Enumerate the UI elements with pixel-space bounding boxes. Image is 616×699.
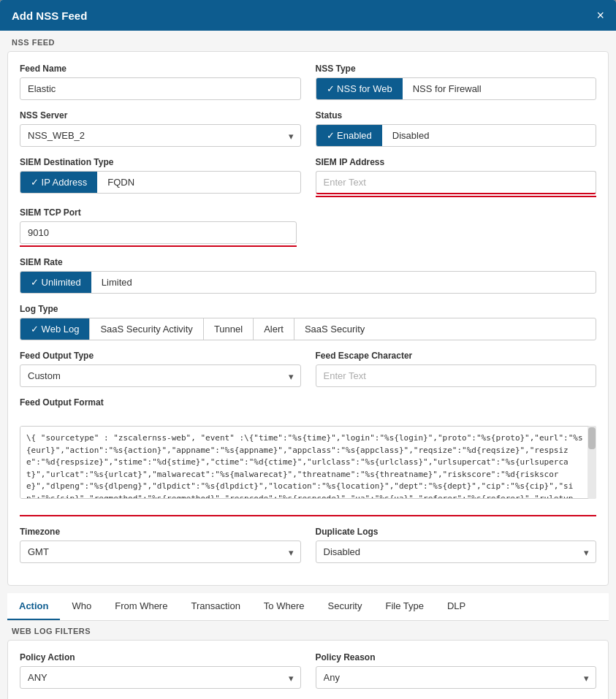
siem-rate-group: SIEM Rate ✓ Unlimited Limited	[20, 257, 596, 294]
feed-output-type-select-wrapper: Custom	[20, 364, 301, 387]
nss-firewall-button[interactable]: NSS for Firewall	[403, 78, 492, 99]
limited-button[interactable]: Limited	[91, 272, 142, 293]
nss-feed-form-card: Feed Name NSS Type ✓ NSS for Web NSS for…	[7, 51, 609, 586]
feed-name-group: Feed Name	[20, 64, 301, 100]
log-type-toggle: ✓ Web Log SaaS Security Activity Tunnel …	[20, 318, 596, 340]
feed-name-label: Feed Name	[20, 64, 301, 74]
modal-body: NSS FEED Feed Name NSS Type ✓ NSS for We…	[0, 31, 616, 699]
nss-server-group: NSS Server NSS_WEB_2	[20, 110, 301, 147]
status-toggle: ✓ Enabled Disabled	[316, 124, 597, 147]
form-row-1: Feed Name NSS Type ✓ NSS for Web NSS for…	[20, 64, 596, 100]
nss-feed-section-label: NSS FEED	[0, 31, 616, 51]
format-box-wrapper: \{ "sourcetype" : "zscalernss-web", "eve…	[20, 426, 596, 499]
siem-tcp-port-group: SIEM TCP Port	[20, 207, 297, 247]
timezone-select-wrapper: GMT	[20, 541, 301, 563]
feed-output-type-label: Feed Output Type	[20, 351, 301, 361]
siem-dest-type-label: SIEM Destination Type	[20, 157, 301, 167]
modal-title: Add NSS Feed	[12, 9, 87, 22]
duplicate-logs-select-wrapper: Disabled	[316, 541, 597, 563]
unlimited-button[interactable]: ✓ Unlimited	[20, 272, 91, 293]
form-row-5: SIEM Rate ✓ Unlimited Limited	[20, 257, 596, 294]
siem-tcp-port-label: SIEM TCP Port	[20, 207, 297, 218]
feed-output-type-group: Feed Output Type Custom	[20, 351, 301, 387]
duplicate-logs-select[interactable]: Disabled	[316, 541, 597, 563]
siem-ip-input[interactable]	[316, 171, 597, 194]
status-label: Status	[316, 110, 597, 121]
web-log-button[interactable]: ✓ Web Log	[20, 318, 90, 340]
log-type-group: Log Type ✓ Web Log SaaS Security Activit…	[20, 304, 596, 340]
nss-server-select[interactable]: NSS_WEB_2	[20, 124, 301, 147]
ip-address-button[interactable]: ✓ IP Address	[20, 172, 97, 193]
siem-tcp-port-input[interactable]	[20, 221, 297, 244]
format-scrollbar-thumb[interactable]	[588, 427, 596, 449]
policy-reason-group: Policy Reason Any	[316, 652, 597, 689]
feed-output-format-box[interactable]: \{ "sourcetype" : "zscalernss-web", "eve…	[20, 426, 596, 499]
tab-bar: Action Who From Where Transaction To Whe…	[7, 593, 609, 621]
tab-file-type[interactable]: File Type	[373, 593, 436, 620]
form-row-7: Feed Output Type Custom Feed Escape Char…	[20, 351, 596, 387]
feed-output-format-label: Feed Output Format	[20, 397, 596, 408]
filter-card: Policy Action ANY Policy Reason Any	[7, 640, 609, 699]
form-row-3: SIEM Destination Type ✓ IP Address FQDN …	[20, 157, 596, 197]
tab-security[interactable]: Security	[316, 593, 374, 620]
tab-transaction[interactable]: Transaction	[179, 593, 251, 620]
feed-escape-char-label: Feed Escape Character	[316, 351, 597, 361]
feed-escape-char-input[interactable]	[316, 364, 597, 387]
policy-action-group: Policy Action ANY	[20, 652, 301, 689]
policy-reason-select-wrapper: Any	[316, 666, 597, 689]
siem-ip-error-line	[316, 196, 597, 197]
format-error-line	[20, 515, 596, 516]
form-row-6: Log Type ✓ Web Log SaaS Security Activit…	[20, 304, 596, 340]
log-type-label: Log Type	[20, 304, 596, 314]
siem-tcp-port-error-line	[20, 245, 297, 247]
duplicate-logs-label: Duplicate Logs	[316, 527, 597, 537]
filter-row: Policy Action ANY Policy Reason Any	[20, 652, 596, 689]
siem-dest-type-toggle: ✓ IP Address FQDN	[20, 171, 301, 194]
tunnel-button[interactable]: Tunnel	[204, 318, 254, 340]
tab-action[interactable]: Action	[7, 593, 60, 620]
nss-type-toggle: ✓ NSS for Web NSS for Firewall	[316, 77, 597, 100]
nss-server-select-wrapper: NSS_WEB_2	[20, 124, 301, 147]
tab-who[interactable]: Who	[60, 593, 103, 620]
siem-ip-label: SIEM IP Address	[316, 157, 597, 167]
status-group: Status ✓ Enabled Disabled	[316, 110, 597, 147]
tab-dlp[interactable]: DLP	[436, 593, 477, 620]
nss-type-label: NSS Type	[316, 64, 597, 74]
enabled-button[interactable]: ✓ Enabled	[316, 125, 382, 146]
siem-dest-type-group: SIEM Destination Type ✓ IP Address FQDN	[20, 157, 301, 197]
policy-action-select-wrapper: ANY	[20, 666, 301, 689]
modal-header: Add NSS Feed ×	[0, 0, 616, 31]
timezone-select[interactable]: GMT	[20, 541, 301, 563]
fqdn-button[interactable]: FQDN	[97, 172, 145, 193]
disabled-button[interactable]: Disabled	[382, 125, 440, 146]
form-row-4: SIEM TCP Port	[20, 207, 596, 247]
saas-security-button[interactable]: SaaS Security	[294, 318, 375, 340]
siem-rate-label: SIEM Rate	[20, 257, 596, 267]
form-row-8: Feed Output Format \{ "sourcetype" : "zs…	[20, 397, 596, 516]
nss-web-button[interactable]: ✓ NSS for Web	[316, 78, 403, 99]
saas-security-activity-button[interactable]: SaaS Security Activity	[90, 318, 203, 340]
duplicate-logs-group: Duplicate Logs Disabled	[316, 527, 597, 563]
feed-escape-char-group: Feed Escape Character	[316, 351, 597, 387]
feed-name-input[interactable]	[20, 77, 301, 100]
form-row-9: Timezone GMT Duplicate Logs Disabled	[20, 527, 596, 563]
tab-from-where[interactable]: From Where	[103, 593, 179, 620]
nss-type-group: NSS Type ✓ NSS for Web NSS for Firewall	[316, 64, 597, 100]
policy-reason-select[interactable]: Any	[316, 666, 597, 689]
web-log-filters-label: WEB LOG FILTERS	[0, 621, 616, 640]
timezone-label: Timezone	[20, 527, 301, 537]
siem-tcp-port-placeholder	[311, 207, 596, 247]
alert-button[interactable]: Alert	[254, 318, 294, 340]
siem-ip-group: SIEM IP Address	[316, 157, 597, 197]
siem-rate-toggle: ✓ Unlimited Limited	[20, 271, 596, 294]
timezone-group: Timezone GMT	[20, 527, 301, 563]
close-button[interactable]: ×	[596, 9, 604, 22]
nss-server-label: NSS Server	[20, 110, 301, 121]
feed-output-type-select[interactable]: Custom	[20, 364, 301, 387]
form-row-2: NSS Server NSS_WEB_2 Status ✓ Enabled Di…	[20, 110, 596, 147]
policy-reason-label: Policy Reason	[316, 652, 597, 662]
policy-action-label: Policy Action	[20, 652, 301, 662]
tab-to-where[interactable]: To Where	[252, 593, 316, 620]
policy-action-select[interactable]: ANY	[20, 666, 301, 689]
format-scrollbar[interactable]	[588, 426, 596, 499]
